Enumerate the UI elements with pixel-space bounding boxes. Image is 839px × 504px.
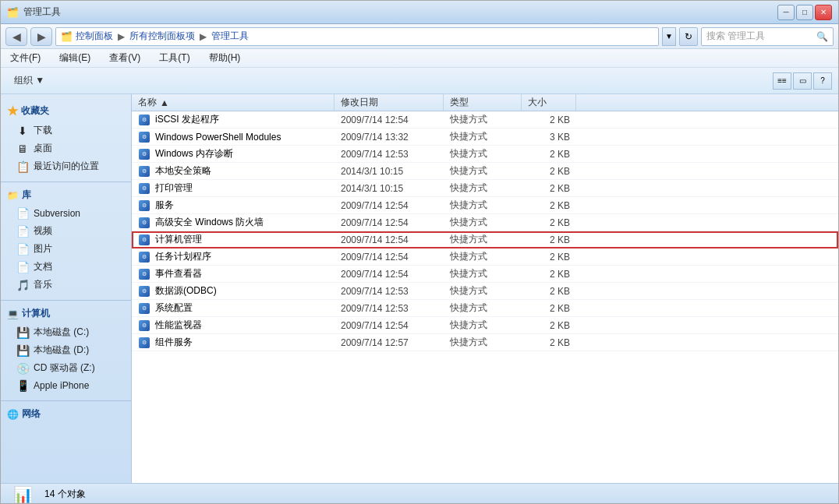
menu-help[interactable]: 帮助(H) [206,50,244,66]
title-icon: 🗂️ [7,7,19,18]
sort-icon: ▲ [160,97,169,108]
sidebar-section-computer: 💻 计算机 💾 本地磁盘 (C:) 💾 本地磁盘 (D:) 💿 CD 驱动器 (… [1,304,131,394]
file-icon: ⚙ [138,199,150,212]
library-icon: 📁 [7,190,19,201]
title-bar-title: 🗂️ 管理工具 [7,5,61,19]
menu-file[interactable]: 文件(F) [7,50,44,66]
recent-icon: 📋 [16,160,29,173]
documents-icon: 📄 [16,261,29,273]
file-icon: ⚙ [138,148,150,160]
table-row[interactable]: ⚙服务2009/7/14 12:54快捷方式2 KB [132,197,838,214]
sidebar-item-desktop[interactable]: 🖥 桌面 [1,139,131,157]
main-area: ★ 收藏夹 ⬇ 下载 🖥 桌面 📋 最近访问的位置 📁 库 [1,94,838,483]
address-dropdown[interactable]: ▼ [662,27,676,46]
menu-edit[interactable]: 编辑(E) [56,50,94,66]
sidebar-item-documents[interactable]: 📄 文档 [1,258,131,276]
file-icon: ⚙ [138,234,150,246]
toolbar: 组织 ▼ ≡≡ ▭ ? [1,68,838,94]
address-bar[interactable]: 🗂️ 控制面板 ▶ 所有控制面板项 ▶ 管理工具 [55,27,659,46]
table-row[interactable]: ⚙任务计划程序2009/7/14 12:54快捷方式2 KB [132,248,838,266]
breadcrumb-part-1[interactable]: 控制面板 [76,30,113,43]
desktop-icon: 🖥 [16,143,29,155]
col-header-name[interactable]: 名称 ▲ [132,94,335,111]
view-details-button[interactable]: ≡≡ [773,72,791,90]
table-row[interactable]: ⚙数据源(ODBC)2009/7/14 12:53快捷方式2 KB [132,283,838,300]
table-row[interactable]: ⚙计算机管理2009/7/14 12:54快捷方式2 KB [132,231,838,248]
minimize-button[interactable]: ─ [777,5,795,20]
search-bar[interactable]: 搜索 管理工具 🔍 [701,27,834,46]
table-row[interactable]: ⚙性能监视器2009/7/14 12:54快捷方式2 KB [132,317,838,334]
music-icon: 🎵 [16,279,29,291]
sidebar-item-video[interactable]: 📄 视频 [1,222,131,240]
sidebar-item-disk-d[interactable]: 💾 本地磁盘 (D:) [1,341,131,359]
network-icon: 🌐 [7,409,19,420]
table-row[interactable]: ⚙事件查看器2009/7/14 12:54快捷方式2 KB [132,266,838,283]
table-row[interactable]: ⚙Windows 内存诊断2009/7/14 12:53快捷方式2 KB [132,146,838,163]
sidebar-item-recent[interactable]: 📋 最近访问的位置 [1,157,131,175]
status-bar: 📊 14 个对象 [1,483,838,504]
title-bar: 🗂️ 管理工具 ─ □ ✕ [1,1,838,24]
sidebar-item-pictures[interactable]: 📄 图片 [1,240,131,258]
star-icon: ★ [7,104,18,118]
menu-tools[interactable]: 工具(T) [156,50,193,66]
pictures-icon: 📄 [16,243,29,256]
menu-bar: 文件(F) 编辑(E) 查看(V) 工具(T) 帮助(H) [1,49,838,68]
table-row[interactable]: ⚙高级安全 Windows 防火墙2009/7/14 12:54快捷方式2 KB [132,214,838,231]
organize-button[interactable]: 组织 ▼ [7,70,51,91]
sidebar-item-disk-c[interactable]: 💾 本地磁盘 (C:) [1,323,131,341]
breadcrumb-part-2[interactable]: 所有控制面板项 [129,30,195,43]
col-header-size[interactable]: 大小 [522,94,576,111]
disk-d-icon: 💾 [16,344,29,357]
file-rows-container: ⚙iSCSI 发起程序2009/7/14 12:54快捷方式2 KB⚙Windo… [132,111,838,351]
video-icon: 📄 [16,225,29,238]
sidebar-section-favorites: ★ 收藏夹 ⬇ 下载 🖥 桌面 📋 最近访问的位置 [1,100,131,175]
search-icon: 🔍 [816,31,828,42]
table-row[interactable]: ⚙iSCSI 发起程序2009/7/14 12:54快捷方式2 KB [132,111,838,129]
menu-view[interactable]: 查看(V) [106,50,143,66]
file-icon: ⚙ [138,131,150,143]
close-button[interactable]: ✕ [815,5,832,20]
sidebar-item-subversion[interactable]: 📄 Subversion [1,205,131,222]
table-row[interactable]: ⚙Windows PowerShell Modules2009/7/14 13:… [132,129,838,146]
sidebar-item-disk-z[interactable]: 💿 CD 驱动器 (Z:) [1,359,131,377]
view-buttons: ≡≡ ▭ ? [773,72,832,90]
sidebar: ★ 收藏夹 ⬇ 下载 🖥 桌面 📋 最近访问的位置 📁 库 [1,94,132,483]
breadcrumb-folder-icon: 🗂️ [61,31,73,42]
col-header-date[interactable]: 修改日期 [335,94,444,111]
table-row[interactable]: ⚙组件服务2009/7/14 12:57快捷方式2 KB [132,334,838,351]
file-icon: ⚙ [138,114,150,126]
breadcrumb-part-3[interactable]: 管理工具 [211,30,249,43]
sidebar-item-iphone[interactable]: 📱 Apple iPhone [1,377,131,394]
disk-c-icon: 💾 [16,326,29,339]
iphone-icon: 📱 [16,379,29,392]
disk-z-icon: 💿 [16,362,29,375]
table-row[interactable]: ⚙打印管理2014/3/1 10:15快捷方式2 KB [132,180,838,197]
window-controls: ─ □ ✕ [777,5,832,20]
status-count: 14 个对象 [44,488,86,501]
back-button[interactable]: ◀ [5,27,27,46]
refresh-button[interactable]: ↻ [679,27,698,46]
file-icon: ⚙ [138,182,150,195]
maximize-button[interactable]: □ [796,5,813,20]
sidebar-section-network: 🌐 网络 [1,404,131,424]
file-icon: ⚙ [138,337,150,349]
file-icon: ⚙ [138,251,150,263]
file-icon: ⚙ [138,165,150,178]
forward-button[interactable]: ▶ [30,27,52,46]
status-icon: 📊 [10,485,35,504]
col-header-type[interactable]: 类型 [444,94,522,111]
sidebar-item-music[interactable]: 🎵 音乐 [1,276,131,294]
sidebar-header-favorites: ★ 收藏夹 [1,100,131,122]
table-row[interactable]: ⚙本地安全策略2014/3/1 10:15快捷方式2 KB [132,163,838,180]
nav-bar: ◀ ▶ 🗂️ 控制面板 ▶ 所有控制面板项 ▶ 管理工具 ▼ ↻ 搜索 管理工具… [1,24,838,49]
downloads-icon: ⬇ [16,125,29,137]
sidebar-section-library: 📁 库 📄 Subversion 📄 视频 📄 图片 📄 文档 🎵 音乐 [1,185,131,294]
help-button[interactable]: ? [813,72,832,90]
divider-1 [1,182,131,182]
table-row[interactable]: ⚙系统配置2009/7/14 12:53快捷方式2 KB [132,300,838,317]
view-panel-button[interactable]: ▭ [793,72,812,90]
divider-3 [1,400,131,401]
sidebar-item-downloads[interactable]: ⬇ 下载 [1,122,131,139]
computer-icon: 💻 [7,308,19,319]
file-icon: ⚙ [138,302,150,315]
